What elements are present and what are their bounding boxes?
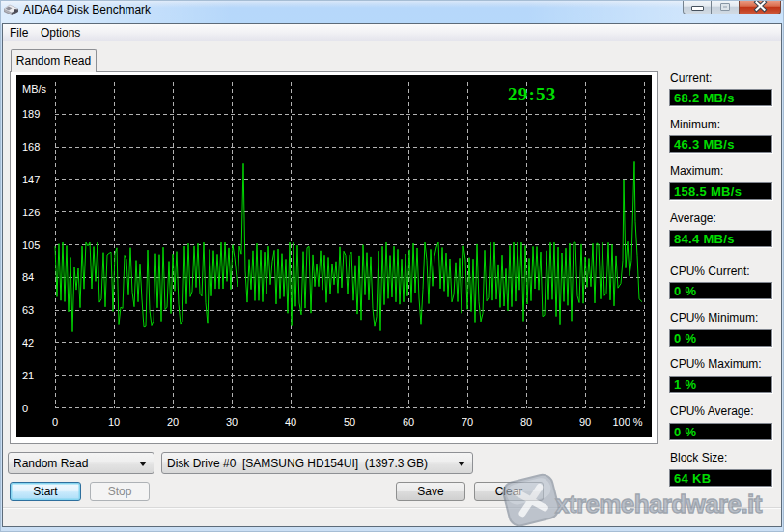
svg-text:xtremehardware.it: xtremehardware.it [555,490,763,518]
svg-text:70: 70 [462,416,473,428]
svg-text:29:53: 29:53 [508,84,556,104]
svg-text:50: 50 [344,416,355,428]
svg-text:63: 63 [22,304,34,316]
svg-text:MB/s: MB/s [22,83,47,95]
svg-text:189: 189 [22,108,40,120]
svg-text:0: 0 [52,416,58,428]
svg-text:105: 105 [22,239,40,251]
svg-text:60: 60 [403,416,414,428]
svg-text:42: 42 [22,337,34,349]
svg-text:147: 147 [22,174,40,185]
svg-text:21: 21 [22,370,34,381]
svg-text:0: 0 [22,403,28,414]
svg-text:20: 20 [167,416,179,428]
svg-text:30: 30 [226,416,238,428]
svg-text:10: 10 [108,416,120,428]
svg-text:90: 90 [579,416,591,428]
svg-text:100 %: 100 % [612,416,642,428]
svg-text:80: 80 [520,416,532,428]
svg-text:126: 126 [22,207,40,218]
svg-text:40: 40 [285,416,296,428]
svg-text:168: 168 [22,141,40,153]
svg-text:84: 84 [22,271,34,283]
